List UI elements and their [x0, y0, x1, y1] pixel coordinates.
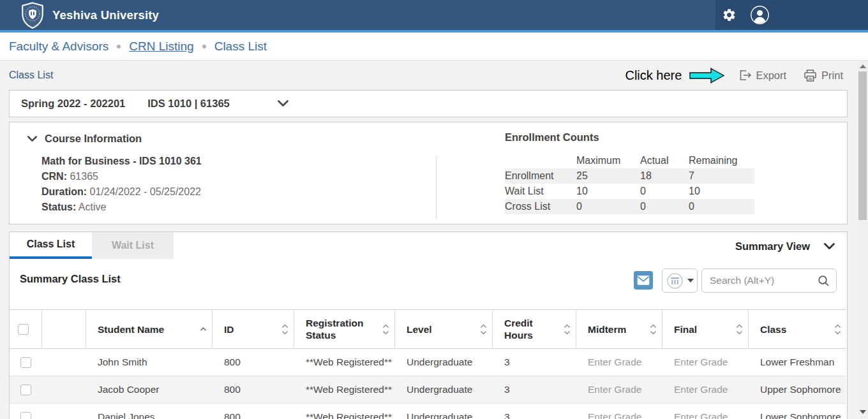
breadcrumb-class-list[interactable]: Class List: [214, 40, 267, 54]
print-label: Print: [821, 70, 843, 82]
print-icon: [803, 69, 818, 82]
col-remaining: Remaining: [689, 155, 754, 166]
enrollment-counts-header: Enrollment Counts: [505, 131, 599, 143]
student-id: 800: [213, 411, 294, 419]
course-info-header[interactable]: Course Information: [27, 133, 142, 145]
class-standing: Lower Freshman: [749, 357, 846, 368]
university-logo: [20, 2, 45, 29]
header-midterm[interactable]: Midterm: [576, 310, 662, 348]
sort-icon: [382, 324, 389, 335]
app: Yeshiva University Faculty & Advisors CR…: [0, 0, 868, 419]
print-button[interactable]: Print: [803, 69, 843, 82]
scroll-down-arrow[interactable]: [860, 410, 866, 414]
row-checkbox[interactable]: [20, 385, 31, 395]
header-id[interactable]: ID: [213, 310, 294, 348]
settings-gear-icon[interactable]: [722, 8, 737, 22]
breadcrumb-crn-listing[interactable]: CRN Listing: [129, 40, 193, 54]
view-selector-label: Summary View: [735, 240, 810, 253]
level: Undergraduate: [395, 384, 493, 395]
breadcrumb-separator: [117, 45, 121, 48]
sort-icon: [736, 324, 743, 335]
col-maximum: Maximum: [576, 155, 640, 166]
export-button[interactable]: Export: [738, 69, 786, 82]
breadcrumb-separator: [202, 45, 206, 48]
class-standing: Upper Sophomore: [749, 384, 846, 395]
vertical-scrollbar[interactable]: [857, 61, 868, 419]
course-crn: CRN: 61365: [41, 169, 202, 184]
student-name: Jacob Cooper: [86, 384, 213, 395]
credit-hours: 3: [493, 411, 576, 419]
registration-status: **Web Registered**: [294, 384, 395, 395]
tab-wait-list[interactable]: Wait List: [92, 232, 174, 259]
student-name: John Smith: [86, 357, 213, 368]
students-table: Student Name ID Registration Status Leve…: [10, 309, 846, 419]
freeze-columns-button[interactable]: [662, 268, 698, 293]
email-icon: [637, 275, 650, 286]
header-final[interactable]: Final: [662, 310, 749, 348]
col-actual: Actual: [640, 155, 689, 166]
student-name: Daniel Jones: [86, 411, 213, 419]
search-input[interactable]: [702, 275, 812, 286]
annotation-arrow-icon: [689, 68, 725, 84]
scrollbar-thumb[interactable]: [858, 71, 867, 220]
term-course-selector[interactable]: Spring 2022 - 202201 IDS 1010 | 61365: [9, 90, 848, 117]
select-all-checkbox-cell: [10, 310, 42, 348]
collapse-chevron-icon[interactable]: [27, 136, 37, 142]
select-all-checkbox[interactable]: [18, 324, 29, 335]
level: Undergraduate: [395, 357, 493, 368]
class-list-panel: Class List Wait List Summary View Summar…: [9, 232, 848, 419]
header-credit-hours[interactable]: Credit Hours: [493, 310, 576, 348]
dropdown-caret-icon: [687, 279, 694, 283]
tab-class-list[interactable]: Class List: [10, 232, 92, 259]
midterm-enter-grade[interactable]: Enter Grade: [576, 384, 662, 395]
email-button[interactable]: [634, 271, 653, 290]
brand: Yeshiva University: [0, 2, 159, 29]
scroll-up-arrow[interactable]: [860, 64, 866, 68]
header-empty: [42, 310, 86, 348]
final-enter-grade[interactable]: Enter Grade: [662, 357, 749, 368]
search-box: [701, 268, 837, 293]
breadcrumb-faculty-advisors[interactable]: Faculty & Advisors: [9, 40, 108, 54]
summary-class-list-title: Summary Class List: [20, 273, 121, 285]
table-header: Student Name ID Registration Status Leve…: [10, 309, 846, 349]
row-checkbox[interactable]: [20, 412, 31, 419]
page-title: Class List: [0, 70, 53, 81]
header-registration-status[interactable]: Registration Status: [294, 310, 395, 348]
level: Undergraduate: [395, 411, 493, 419]
header-class[interactable]: Class: [749, 310, 846, 348]
breadcrumb: Faculty & Advisors CRN Listing Class Lis…: [0, 33, 868, 61]
enrollment-header-row: Maximum Actual Remaining: [505, 153, 754, 168]
chevron-down-icon[interactable]: [278, 100, 288, 107]
header-student-name[interactable]: Student Name: [86, 310, 213, 348]
course-status: Status: Active: [41, 200, 202, 215]
tabs: Class List Wait List: [10, 232, 174, 259]
row-checkbox[interactable]: [20, 357, 31, 368]
columns-icon: [666, 272, 684, 290]
export-icon: [738, 69, 752, 82]
credit-hours: 3: [493, 384, 576, 395]
course-info-title: Course Information: [45, 133, 142, 145]
midterm-enter-grade[interactable]: Enter Grade: [576, 411, 662, 419]
course-title: Math for Business - IDS 1010 361: [41, 154, 202, 169]
brand-title: Yeshiva University: [52, 8, 159, 22]
midterm-enter-grade[interactable]: Enter Grade: [576, 357, 662, 368]
view-selector[interactable]: Summary View: [735, 240, 835, 253]
student-id: 800: [213, 384, 294, 395]
export-label: Export: [756, 70, 786, 82]
chevron-down-icon[interactable]: [824, 243, 835, 250]
course-duration: Duration: 01/24/2022 - 05/25/2022: [41, 184, 202, 200]
toolbar-actions: Click here Export Print: [625, 68, 857, 84]
waitlist-row: Wait List 10 0 10: [505, 184, 754, 199]
final-enter-grade[interactable]: Enter Grade: [662, 384, 749, 395]
registration-status: **Web Registered**: [294, 411, 395, 419]
sort-icon: [281, 324, 288, 335]
header-level[interactable]: Level: [395, 310, 493, 348]
user-profile-icon[interactable]: [750, 5, 770, 25]
enrollment-row: Enrollment 25 18 7: [505, 168, 754, 184]
class-standing: Lower Sophomore: [749, 411, 846, 419]
final-enter-grade[interactable]: Enter Grade: [662, 411, 749, 419]
search-icon[interactable]: [818, 275, 836, 287]
table-row: Daniel Jones 800 **Web Registered** Unde…: [10, 404, 846, 419]
student-id: 800: [213, 357, 294, 368]
course-info-body: Math for Business - IDS 1010 361 CRN: 61…: [41, 154, 202, 215]
